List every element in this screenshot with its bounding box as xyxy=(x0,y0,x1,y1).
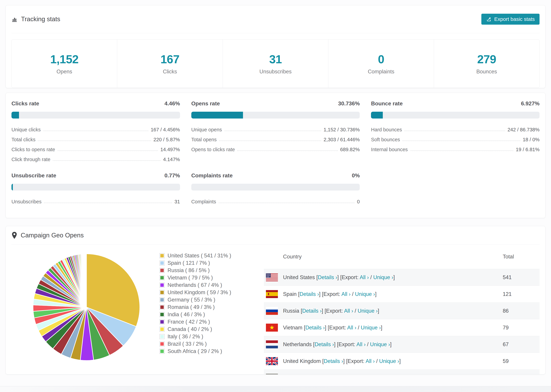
legend-label: India ( 46 / 3% ) xyxy=(168,311,205,318)
stat-value: 0 xyxy=(378,53,384,66)
details-link[interactable]: Details › xyxy=(302,308,322,314)
country-total: 541 xyxy=(503,274,540,280)
legend-color-swatch xyxy=(160,290,165,295)
country-name: Vietnam xyxy=(283,325,302,331)
legend-item-russia[interactable]: Russia ( 86 / 5% ) xyxy=(160,267,245,274)
legend-label: France ( 42 / 2% ) xyxy=(168,319,210,325)
export-unique-link[interactable]: Unique › xyxy=(358,308,378,314)
export-basic-stats-button[interactable]: Export basic stats xyxy=(481,14,540,25)
legend-label: Spain ( 121 / 7% ) xyxy=(168,260,210,266)
flag-ru-icon xyxy=(266,307,278,315)
details-link[interactable]: Details › xyxy=(315,341,334,347)
geo-legend: United States ( 541 / 31% ) Spain ( 121 … xyxy=(160,252,245,374)
export-unique-link[interactable]: Unique › xyxy=(355,291,375,297)
legend-item-france[interactable]: France ( 42 / 2% ) xyxy=(160,318,245,325)
country-name: Netherlands xyxy=(283,341,312,347)
dotted-leader xyxy=(53,161,161,161)
stat-row-hard-bounces: Hard bounces 242 / 86.738% xyxy=(371,124,540,133)
legend-label: Netherlands ( 67 / 4% ) xyxy=(168,282,222,288)
stat-row-value: 18 / 0% xyxy=(523,137,540,142)
stat-row-opens-to-clicks-rate: Opens to clicks rate 689.82% xyxy=(191,143,360,154)
legend-item-italy[interactable]: Italy ( 36 / 2% ) xyxy=(160,333,245,340)
legend-item-south-africa[interactable]: South Africa ( 29 / 2% ) xyxy=(160,348,245,355)
details-link[interactable]: Details › xyxy=(318,274,337,280)
stat-row-label: Total clicks xyxy=(11,137,35,142)
legend-item-united-states[interactable]: United States ( 541 / 31% ) xyxy=(160,252,245,259)
stat-row-label: Clicks to opens rate xyxy=(11,147,55,152)
stat-row-value: 242 / 86.738% xyxy=(508,127,540,133)
country-name: United States xyxy=(283,274,315,280)
country-column-header: Country xyxy=(283,254,503,260)
export-all-link[interactable]: All › xyxy=(356,341,366,347)
legend-item-vietnam[interactable]: Vietnam ( 79 / 5% ) xyxy=(160,274,245,281)
legend-item-romania[interactable]: Romania ( 49 / 3% ) xyxy=(160,303,245,311)
legend-color-swatch xyxy=(160,349,165,354)
summary-stat-complaints: 0 Complaints xyxy=(328,40,434,88)
legend-label: Canada ( 40 / 2% ) xyxy=(168,326,212,332)
legend-label: South Africa ( 29 / 2% ) xyxy=(168,348,222,354)
stat-row-clicks-to-opens-rate: Clicks to opens rate 14.497% xyxy=(11,143,180,154)
stat-row-complaints: Complaints 0 xyxy=(191,196,360,206)
export-unique-link[interactable]: Unique › xyxy=(370,341,390,347)
summary-stat-clicks: 167 Clicks xyxy=(117,40,223,88)
summary-stat-unsubscribes: 31 Unsubscribes xyxy=(223,40,328,88)
export-all-link[interactable]: All › xyxy=(341,291,350,297)
geo-opens-title: Campaign Geo Opens xyxy=(21,232,84,239)
export-arrow-icon xyxy=(486,16,492,22)
export-all-link[interactable]: All › xyxy=(366,358,374,364)
country-total: 59 xyxy=(503,358,540,364)
stat-row-label: Unique clicks xyxy=(11,127,41,133)
stat-row-value: 689.82% xyxy=(340,147,360,152)
details-link[interactable]: Details › xyxy=(305,325,325,331)
details-link[interactable]: Details › xyxy=(324,358,343,364)
export-unique-link[interactable]: Unique › xyxy=(361,325,381,331)
stat-label: Complaints xyxy=(368,69,394,75)
stat-row-unique-opens: Unique opens 1,152 / 30.736% xyxy=(191,124,360,133)
legend-item-india[interactable]: India ( 46 / 3% ) xyxy=(160,311,245,318)
geo-table-rows: United States [Details ›] [Export: All ›… xyxy=(264,269,540,374)
stat-row-label: Complaints xyxy=(191,199,216,204)
summary-row: 1,152 Opens 167 Clicks 31 Unsubscribes 0… xyxy=(11,39,540,88)
legend-item-spain[interactable]: Spain ( 121 / 7% ) xyxy=(160,259,245,267)
total-column-header: Total xyxy=(503,254,540,260)
stat-row-value: 19 / 6.81% xyxy=(516,147,540,152)
export-all-link[interactable]: All › xyxy=(344,308,353,314)
legend-item-brazil[interactable]: Brazil ( 33 / 2% ) xyxy=(160,340,245,348)
country-name: United Kingdom xyxy=(283,358,321,364)
legend-item-netherlands[interactable]: Netherlands ( 67 / 4% ) xyxy=(160,281,245,289)
tracking-stats-header: Tracking stats Export basic stats xyxy=(11,5,540,33)
rate-title: Opens rate xyxy=(191,100,220,107)
flag-vn-icon xyxy=(266,324,278,332)
details-link[interactable]: Details › xyxy=(300,291,319,297)
legend-color-swatch xyxy=(160,305,165,310)
dotted-leader xyxy=(219,203,354,203)
flag-us-icon xyxy=(266,273,278,281)
page-title: Tracking stats xyxy=(21,15,60,23)
bar-chart-icon xyxy=(11,16,18,22)
stat-row-soft-bounces: Soft bounces 18 / 0% xyxy=(371,133,540,143)
geo-table-row-nl: Netherlands [Details ›] [Export: All › /… xyxy=(264,336,540,353)
stat-row-unique-clicks: Unique clicks 167 / 4.456% xyxy=(11,124,180,133)
dotted-leader xyxy=(219,140,321,141)
rate-block-unsubscribe-rate: Unsubscribe rate 0.77% Unsubscribes 31 xyxy=(11,172,180,206)
dotted-leader xyxy=(44,203,172,203)
legend-item-canada[interactable]: Canada ( 40 / 2% ) xyxy=(160,325,245,333)
dotted-leader xyxy=(38,140,151,141)
stat-row-label: Unique opens xyxy=(191,127,222,133)
dotted-leader xyxy=(237,151,338,151)
export-unique-link[interactable]: Unique › xyxy=(379,358,399,364)
export-all-link[interactable]: All › xyxy=(360,274,369,280)
stat-row-value: 220 / 5.87% xyxy=(154,137,180,142)
export-all-link[interactable]: All › xyxy=(347,325,356,331)
geo-table-row-gb: United Kingdom [Details ›] [Export: All … xyxy=(264,353,540,369)
stat-row-label: Hard bounces xyxy=(371,127,402,133)
rate-value: 4.46% xyxy=(164,100,180,107)
stat-row-label: Click through rate xyxy=(11,157,50,162)
legend-item-germany[interactable]: Germany ( 55 / 3% ) xyxy=(160,296,245,303)
legend-label: Italy ( 36 / 2% ) xyxy=(168,334,203,340)
legend-item-united-kingdom[interactable]: United Kingdom ( 59 / 3% ) xyxy=(160,289,245,296)
tracking-stats-title: Tracking stats xyxy=(11,15,60,23)
export-unique-link[interactable]: Unique › xyxy=(373,274,393,280)
legend-color-swatch xyxy=(160,334,165,339)
legend-color-swatch xyxy=(160,253,165,258)
